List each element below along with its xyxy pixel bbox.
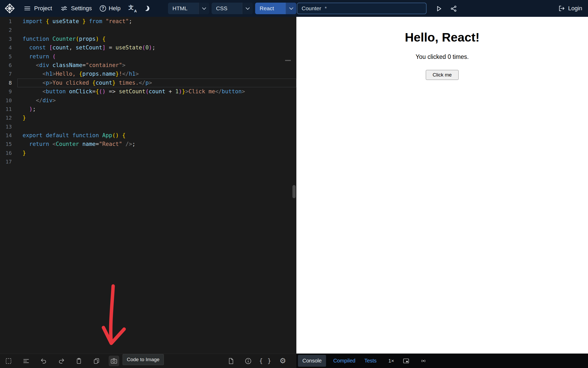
- menu-item-project[interactable]: Project: [23, 4, 52, 13]
- tab-react[interactable]: React: [255, 3, 296, 14]
- gutter: 1234567891011121314151617: [0, 17, 17, 354]
- tab-html[interactable]: HTML: [168, 3, 209, 14]
- line-number-3: 3: [0, 35, 17, 43]
- code-line-10[interactable]: </div>: [17, 96, 296, 105]
- picture-in-picture-icon: [403, 357, 410, 364]
- file-icon: [227, 357, 234, 365]
- tab-tests[interactable]: Tests: [360, 354, 381, 368]
- tab-react-label: React: [255, 3, 286, 14]
- preview-heading: Hello, React!: [296, 30, 588, 44]
- code-to-image-tooltip: Code to Image: [123, 354, 164, 365]
- project-name-value: Counter: [302, 5, 321, 12]
- line-number-7: 7: [0, 70, 17, 78]
- info-button[interactable]: [243, 356, 253, 366]
- app-logo-icon[interactable]: [4, 3, 15, 14]
- tab-html-dropdown[interactable]: [198, 3, 209, 14]
- tab-compiled[interactable]: Compiled: [329, 354, 360, 368]
- editor-scrollbar[interactable]: [291, 17, 296, 354]
- code-line-13[interactable]: [17, 122, 296, 131]
- theme-toggle-button[interactable]: [144, 6, 149, 11]
- code-line-14[interactable]: export default function App() {: [17, 131, 296, 140]
- line-number-10: 10: [0, 96, 17, 105]
- line-number-5: 5: [0, 52, 17, 61]
- format-lines-button[interactable]: [21, 356, 31, 366]
- undo-button[interactable]: [38, 356, 49, 366]
- sliders-icon: [60, 4, 68, 13]
- chevron-down-icon: [245, 6, 250, 10]
- code-line-7[interactable]: <h1>Hello, {props.name}!</h1>: [17, 70, 296, 78]
- login-button[interactable]: Login: [558, 0, 582, 17]
- click-me-button[interactable]: Click me: [426, 70, 459, 80]
- unsaved-marker: *: [325, 5, 327, 12]
- format-code-button[interactable]: { }: [260, 356, 271, 366]
- code-line-15[interactable]: return <Counter name="React" />;: [17, 140, 296, 149]
- line-number-2: 2: [0, 26, 17, 34]
- line-number-8: 8: [0, 79, 17, 87]
- code-line-3[interactable]: function Counter(props) {: [17, 35, 296, 43]
- line-number-15: 15: [0, 140, 17, 149]
- share-icon: [450, 5, 457, 12]
- share-button[interactable]: [448, 3, 459, 14]
- popout-preview-button[interactable]: [401, 356, 411, 366]
- undo-icon: [40, 357, 47, 365]
- clipboard-icon: [75, 357, 82, 365]
- line-number-6: 6: [0, 61, 17, 70]
- paste-button[interactable]: [74, 356, 84, 366]
- tab-html-label: HTML: [168, 3, 198, 14]
- code-line-6[interactable]: <div className="container">: [17, 61, 296, 70]
- code-line-12[interactable]: }: [17, 114, 296, 122]
- menu-item-project-label: Project: [34, 5, 52, 12]
- menu-item-help[interactable]: ? Help: [100, 5, 120, 12]
- code-editor-pane: 1234567891011121314151617 import { useSt…: [0, 17, 296, 354]
- zoom-level: 1×: [388, 358, 394, 364]
- project-name-input[interactable]: Counter *: [297, 3, 427, 14]
- login-label: Login: [568, 5, 582, 12]
- file-button[interactable]: [225, 356, 236, 366]
- tab-console[interactable]: Console: [298, 355, 326, 367]
- line-number-4: 4: [0, 43, 17, 52]
- redo-button[interactable]: [56, 356, 66, 366]
- code-line-5[interactable]: return (: [17, 52, 296, 61]
- preview-pane: Hello, React! You clicked 0 times. Click…: [296, 17, 588, 354]
- code-line-1[interactable]: import { useState } from "react";: [17, 17, 296, 26]
- chevron-down-icon: [202, 6, 206, 10]
- preview-bottom-bar: Console Compiled Tests 1×: [296, 354, 588, 368]
- code-area[interactable]: import { useState } from "react"; functi…: [17, 17, 296, 354]
- play-icon: [435, 5, 442, 12]
- code-line-17[interactable]: [17, 157, 296, 166]
- menu-item-settings[interactable]: Settings: [60, 4, 92, 13]
- live-reload-button[interactable]: [418, 356, 429, 366]
- editor-settings-button[interactable]: ⚙: [277, 356, 288, 366]
- line-number-1: 1: [0, 17, 17, 26]
- menu-item-help-label: Help: [109, 5, 120, 12]
- code-line-16[interactable]: }: [17, 149, 296, 157]
- broadcast-icon: [420, 357, 427, 364]
- code-line-9[interactable]: <button onClick={() => setCount(count + …: [17, 87, 296, 96]
- line-number-11: 11: [0, 105, 17, 114]
- run-button[interactable]: [434, 3, 444, 14]
- scrollbar-thumb[interactable]: [292, 185, 296, 198]
- tab-react-dropdown[interactable]: [286, 3, 296, 14]
- translate-button[interactable]: 文A: [128, 4, 136, 12]
- line-number-12: 12: [0, 114, 17, 122]
- redo-icon: [58, 357, 65, 365]
- moon-icon: [144, 5, 150, 12]
- copy-button[interactable]: [91, 356, 102, 366]
- tab-css-dropdown[interactable]: [242, 3, 253, 14]
- hamburger-icon: [23, 4, 32, 13]
- line-number-13: 13: [0, 122, 17, 131]
- tab-css[interactable]: CSS: [212, 3, 253, 14]
- code-line-8[interactable]: <p>You clicked {count} times.</p>: [17, 79, 296, 87]
- help-icon: ?: [100, 5, 106, 12]
- code-to-image-button[interactable]: [109, 356, 119, 366]
- code-line-2[interactable]: [17, 26, 296, 34]
- gear-icon: ⚙: [279, 357, 286, 365]
- align-lines-icon: [23, 357, 30, 365]
- selection-mode-button[interactable]: [3, 356, 14, 366]
- file-tabs: HTML CSS React: [168, 3, 296, 14]
- braces-icon: { }: [259, 357, 272, 364]
- copy-icon: [93, 357, 100, 365]
- code-line-11[interactable]: );: [17, 105, 296, 114]
- code-line-4[interactable]: const [count, setCount] = useState(0);: [17, 43, 296, 52]
- line-number-16: 16: [0, 149, 17, 157]
